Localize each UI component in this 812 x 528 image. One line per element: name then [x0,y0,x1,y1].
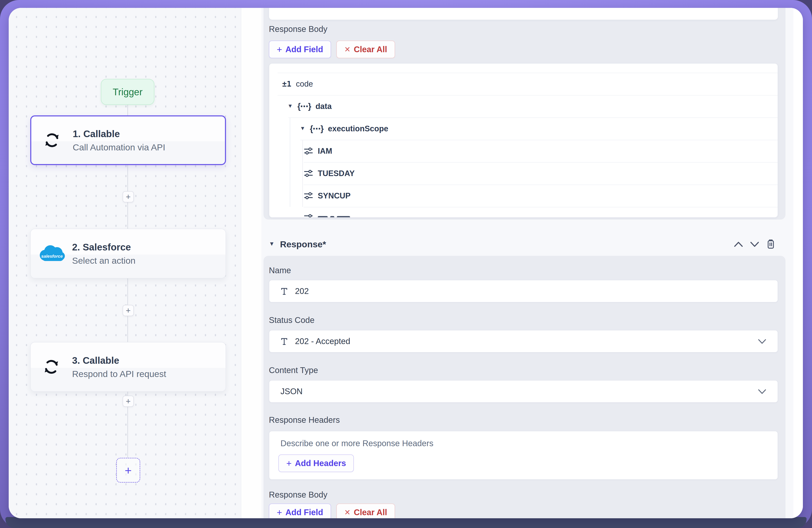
option-type-icon [304,192,313,200]
tree-row-executionScope[interactable]: ▼ {⋯} executionScope [269,117,778,140]
app-window: Trigger 1. Callable Call Automation via … [9,8,803,518]
trash-icon [766,239,775,250]
chevron-down-icon [758,389,766,394]
node-callable-1[interactable]: 1. Callable Call Automation via API [30,115,226,165]
content-type-label: Content Type [269,366,318,375]
tree-key: code [296,79,313,88]
collapse-caret-icon: ▼ [269,240,275,247]
delete-section-button[interactable] [764,237,778,251]
add-node-button[interactable]: + [116,458,140,483]
status-code-label: Status Code [269,316,315,325]
tree-key: data [316,102,332,111]
tree-row-clipped-bottom [269,207,778,218]
node-title: 1. Callable [73,128,165,140]
name-input[interactable]: 202 [269,280,778,303]
plus-icon: + [126,192,130,202]
salesforce-icon: salesforce [31,243,72,264]
close-icon: ✕ [344,508,350,517]
status-code-value: 202 - Accepted [295,337,350,346]
number-type-icon: ±1 [282,79,291,88]
sync-icon [31,131,73,149]
response-body-section: Response Body + Add Field ✕ Clear All [263,8,785,220]
response-body-label: Response Body [269,25,327,34]
response-headers-box[interactable]: Describe one or more Response Headers + … [269,431,778,480]
tree-key: executionScope [328,124,388,133]
tree-row-clipped-top [269,63,778,73]
add-step-button-1[interactable]: + [122,191,134,202]
workflow-canvas[interactable]: Trigger 1. Callable Call Automation via … [9,8,241,518]
response-body-label-2: Response Body [269,490,327,499]
option-type-icon [304,214,313,218]
text-type-icon [280,337,288,346]
node-salesforce[interactable]: salesforce 2. Salesforce Select an actio… [30,229,226,278]
tree-key: IAM [318,147,332,156]
plus-icon: + [277,44,282,55]
add-step-button-3[interactable]: + [122,396,134,407]
response-headers-placeholder: Describe one or more Response Headers [280,439,433,448]
add-field-button[interactable]: + Add Field [269,41,331,58]
node-callable-3[interactable]: 3. Callable Respond to API request [30,342,226,392]
bottom-bar [5,517,807,528]
clear-all-button-2[interactable]: ✕ Clear All [336,503,395,518]
response-section-toggle[interactable]: ▼ Response* [269,239,326,249]
tree-row-data[interactable]: ▼ {⋯} data [269,95,778,117]
plus-icon: + [277,507,282,518]
node-subtitle: Respond to API request [72,369,166,379]
response-headers-label: Response Headers [269,415,340,425]
add-headers-button[interactable]: + Add Headers [278,454,354,472]
response-section-header: ▼ Response* [269,237,778,251]
plus-icon: + [286,458,292,469]
tree-row-TUESDAY[interactable]: TUESDAY [269,162,778,185]
chevron-down-icon [758,339,766,344]
config-panel: Response Body + Add Field ✕ Clear All [261,8,803,518]
tree-row-IAM[interactable]: IAM [269,140,778,162]
add-field-button-2[interactable]: + Add Field [269,503,331,518]
node-subtitle: Call Automation via API [73,142,165,152]
salesforce-logo-text: salesforce [41,254,63,259]
sync-icon [31,358,72,376]
tree-row-SYNCUP[interactable]: SYNCUP [269,185,778,207]
collapse-caret-icon[interactable]: ▼ [288,103,293,109]
object-type-icon: {⋯} [298,102,311,111]
node-subtitle: Select an action [72,255,135,266]
response-section-body: Name 202 Status Code 202 - Accepted [263,256,785,518]
tree-key: SYNCUP [318,191,350,200]
panel-right-gutter [793,8,803,518]
move-up-button[interactable] [731,237,746,251]
trigger-chip[interactable]: Trigger [101,79,154,105]
plus-icon: + [126,397,130,406]
clear-all-button[interactable]: ✕ Clear All [336,41,395,58]
node-title: 2. Salesforce [72,241,135,253]
canvas-panel-divider [242,8,261,518]
status-code-select[interactable]: 202 - Accepted [269,330,778,353]
previous-card-edge [269,8,778,20]
name-label: Name [269,266,291,275]
close-icon: ✕ [344,45,350,54]
node-title: 3. Callable [72,355,166,366]
option-type-icon [304,169,313,177]
collapse-caret-icon[interactable]: ▼ [300,125,305,132]
tree-key: TUESDAY [318,169,354,178]
text-type-icon [280,287,288,295]
chevron-down-icon [750,241,759,247]
plus-icon: + [125,464,132,477]
object-type-icon: {⋯} [310,124,323,133]
move-down-button[interactable] [748,237,762,251]
content-type-value: JSON [280,387,303,396]
plus-icon: + [126,306,130,315]
option-type-icon [304,147,313,155]
chevron-up-icon [734,241,743,247]
add-step-button-2[interactable]: + [122,305,134,316]
name-value: 202 [295,287,309,296]
schema-tree-card: ±1 code ▼ {⋯} data [269,63,778,218]
content-type-select[interactable]: JSON [269,380,778,403]
tree-row-code[interactable]: ±1 code [269,73,778,95]
